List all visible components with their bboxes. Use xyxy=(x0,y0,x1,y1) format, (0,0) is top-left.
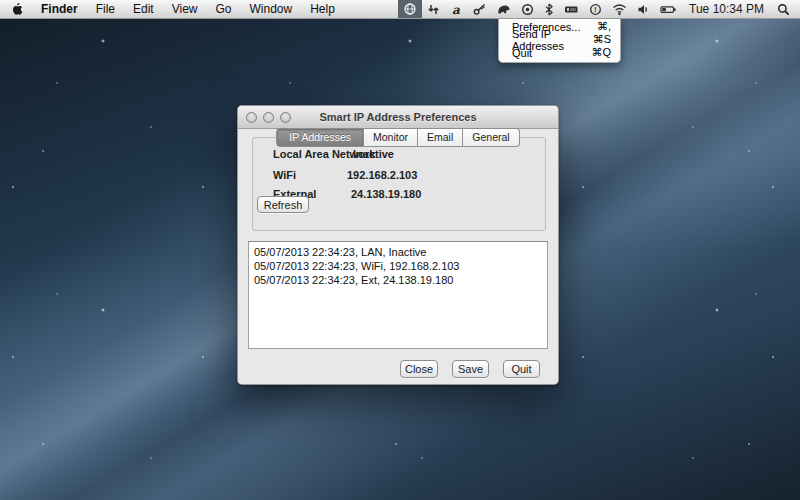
key-icon xyxy=(473,3,487,16)
letter-a-menu-extra[interactable]: a xyxy=(445,0,468,18)
cartridge-menu-extra[interactable] xyxy=(559,0,584,18)
window-titlebar[interactable]: Smart IP Address Preferences xyxy=(238,106,558,129)
window-title: Smart IP Address Preferences xyxy=(319,111,476,123)
ip-log-area[interactable]: 05/07/2013 22:34:23, LAN, Inactive 05/07… xyxy=(248,241,548,349)
tab-general[interactable]: General xyxy=(463,128,519,147)
clock-alert-icon: ! xyxy=(589,3,602,16)
tab-monitor[interactable]: Monitor xyxy=(364,128,418,147)
tab-ip-addresses[interactable]: IP Addresses xyxy=(276,128,364,147)
wifi-menu-extra[interactable] xyxy=(607,0,632,18)
menu-finder[interactable]: Finder xyxy=(32,0,87,18)
record-dot-icon xyxy=(521,3,534,16)
menu-bar: Finder File Edit View Go Window Help a xyxy=(0,0,800,19)
menu-help[interactable]: Help xyxy=(301,0,344,18)
elephant-menu-extra[interactable] xyxy=(492,0,516,18)
zoom-window-button[interactable] xyxy=(280,112,291,123)
svg-text:!: ! xyxy=(594,5,597,14)
menu-item-shortcut: ⌘Q xyxy=(591,46,611,59)
menu-window[interactable]: Window xyxy=(241,0,302,18)
menu-item-shortcut: ⌘S xyxy=(593,33,611,46)
menu-bar-clock[interactable]: Tue 10:34 PM xyxy=(682,0,771,18)
battery-menu-extra[interactable] xyxy=(655,0,682,18)
apple-icon xyxy=(10,2,23,16)
cartridge-icon xyxy=(564,3,579,16)
double-arrows-menu-extra[interactable] xyxy=(422,0,445,18)
close-button[interactable]: Close xyxy=(400,360,438,378)
status-dropdown-menu: Preferences... ⌘, Send IP Addresses ⌘S Q… xyxy=(498,18,621,63)
refresh-button[interactable]: Refresh xyxy=(257,196,309,213)
smart-ip-app-menu-extra[interactable] xyxy=(398,0,422,18)
menu-view[interactable]: View xyxy=(163,0,207,18)
preferences-tab-bar: IP Addresses Monitor Email General xyxy=(238,128,558,147)
quit-button[interactable]: Quit xyxy=(503,360,540,378)
volume-icon xyxy=(637,3,650,16)
letter-a-icon: a xyxy=(450,3,463,16)
menu-bar-left: Finder File Edit View Go Window Help xyxy=(0,0,344,18)
preferences-window: Smart IP Address Preferences IP Addresse… xyxy=(237,105,559,385)
save-button[interactable]: Save xyxy=(452,360,489,378)
key-menu-extra[interactable] xyxy=(468,0,492,18)
menu-item-send-ip-addresses[interactable]: Send IP Addresses ⌘S xyxy=(499,33,620,46)
window-controls xyxy=(246,106,291,128)
bluetooth-icon xyxy=(544,3,554,16)
tab-email[interactable]: Email xyxy=(418,128,463,147)
menu-item-shortcut: ⌘, xyxy=(597,20,611,33)
wifi-icon xyxy=(612,3,627,16)
bluetooth-menu-extra[interactable] xyxy=(539,0,559,18)
menu-edit[interactable]: Edit xyxy=(124,0,163,18)
ip-addresses-groupbox: Local Area Network Inactive WiFi 192.168… xyxy=(252,137,546,231)
log-line: 05/07/2013 22:34:23, Ext, 24.138.19.180 xyxy=(254,273,542,287)
battery-icon xyxy=(660,3,677,16)
apple-menu[interactable] xyxy=(0,0,32,18)
close-window-button[interactable] xyxy=(246,112,257,123)
volume-menu-extra[interactable] xyxy=(632,0,655,18)
wifi-value: 192.168.2.103 xyxy=(347,169,417,181)
menu-go[interactable]: Go xyxy=(207,0,241,18)
minimize-window-button[interactable] xyxy=(263,112,274,123)
menu-bar-status-area: a xyxy=(398,0,800,18)
lan-value: Inactive xyxy=(353,148,394,160)
log-line: 05/07/2013 22:34:23, LAN, Inactive xyxy=(254,245,542,259)
spotlight-search-icon xyxy=(777,3,790,16)
spotlight-menu-extra[interactable] xyxy=(771,0,800,18)
double-arrows-icon xyxy=(427,3,440,16)
menu-file[interactable]: File xyxy=(87,0,124,18)
elephant-icon xyxy=(497,3,511,16)
clock-alert-menu-extra[interactable]: ! xyxy=(584,0,607,18)
menu-item-label: Quit xyxy=(512,47,532,59)
record-dot-menu-extra[interactable] xyxy=(516,0,539,18)
log-line: 05/07/2013 22:34:23, WiFi, 192.168.2.103 xyxy=(254,259,542,273)
external-value: 24.138.19.180 xyxy=(351,188,421,200)
svg-text:a: a xyxy=(452,3,460,16)
smart-ip-app-icon xyxy=(403,2,417,16)
wifi-label: WiFi xyxy=(273,169,296,181)
